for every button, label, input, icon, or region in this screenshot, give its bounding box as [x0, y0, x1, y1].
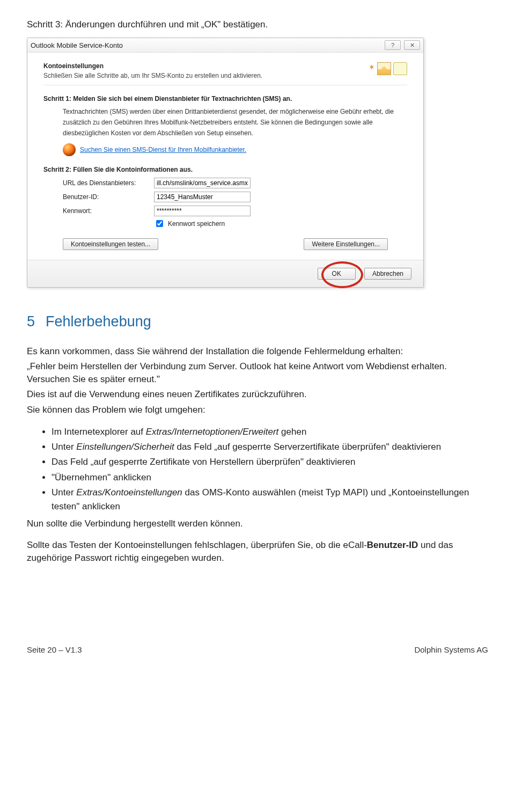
spark-icon: ✶: [369, 63, 375, 71]
provider-orb-icon: [63, 143, 76, 156]
more-settings-button[interactable]: Weitere Einstellungen...: [304, 238, 388, 250]
dialog-title: Outlook Mobile Service-Konto: [31, 41, 123, 49]
para-intro: Es kann vorkommen, dass Sie während der …: [27, 345, 488, 358]
banner-heading: Kontoeinstellungen: [43, 62, 262, 70]
url-input[interactable]: [154, 178, 251, 188]
pass-label: Kennwort:: [63, 207, 143, 215]
schritt1-line2: zusätzlich zu den Gebühren Ihres Mobilfu…: [63, 118, 407, 127]
para-error: „Fehler beim Herstellen der Verbindung z…: [27, 360, 488, 386]
bullet-5: Unter Extras/Kontoeinstellungen das OMS-…: [52, 486, 488, 514]
help-button[interactable]: ?: [385, 40, 401, 50]
banner-subtext: Schließen Sie alle Schritte ab, um Ihr S…: [43, 72, 262, 79]
close-button[interactable]: ✕: [404, 40, 420, 50]
schritt1-line3: diesbezüglichen Kosten vor dem Abschließ…: [63, 128, 407, 138]
url-label: URL des Dienstanbieters:: [63, 179, 143, 187]
sms-provider-link[interactable]: Suchen Sie einen SMS-Dienst für Ihren Mo…: [80, 146, 246, 153]
envelope-icon: [377, 62, 391, 75]
step3-text: Schritt 3: Änderungen durchführen und mi…: [27, 19, 488, 30]
cancel-button[interactable]: Abbrechen: [364, 268, 411, 280]
heading-5-num: 5: [27, 313, 35, 330]
bullet-list: Im Internetexplorer auf Extras/Interneto…: [27, 425, 488, 514]
test-settings-button[interactable]: Kontoeinstellungen testen...: [63, 238, 158, 250]
heading-5-title: Fehlerbehebung: [46, 313, 151, 330]
footer-left: Seite 20 – V1.3: [27, 645, 82, 654]
outlook-dialog: Outlook Mobile Service-Konto ? ✕ Kontoei…: [27, 38, 424, 288]
bullet-3: Das Feld „auf gesperrte Zertifikate von …: [52, 455, 488, 469]
bullet-2: Unter Einstellungen/Sicherheit das Feld …: [52, 440, 488, 454]
para-check: Sollte das Testen der Kontoeinstellungen…: [27, 539, 488, 565]
save-pass-label: Kennwort speichern: [168, 220, 225, 228]
pass-input[interactable]: [154, 206, 251, 216]
user-label: Benutzer-ID:: [63, 193, 143, 201]
save-pass-checkbox[interactable]: [156, 220, 163, 227]
schritt2: Schritt 2: Füllen Sie die Kontoinformati…: [43, 166, 407, 250]
bullet-4: "Übernehmen" anklicken: [52, 471, 488, 485]
para-cause2: Sie können das Problem wie folgt umgehen…: [27, 404, 488, 416]
para-result: Nun sollte die Verbindung hergestellt we…: [27, 517, 488, 530]
page-footer: Seite 20 – V1.3 Dolphin Systems AG: [27, 645, 488, 654]
banner: Kontoeinstellungen Schließen Sie alle Sc…: [43, 59, 407, 85]
phone-icon: [393, 62, 407, 75]
user-input[interactable]: [154, 192, 251, 202]
dialog-footer: OK Abbrechen: [27, 260, 423, 287]
schritt1-line1: Textnachrichten (SMS) werden über einen …: [63, 107, 407, 116]
titlebar: Outlook Mobile Service-Konto ? ✕: [27, 38, 423, 53]
schritt1-heading: Schritt 1: Melden Sie sich bei einem Die…: [43, 95, 407, 103]
schritt2-heading: Schritt 2: Füllen Sie die Kontoinformati…: [43, 166, 407, 173]
para-cause1: Dies ist auf die Verwendung eines neuen …: [27, 388, 488, 401]
ok-button[interactable]: OK: [318, 268, 356, 280]
bullet-1: Im Internetexplorer auf Extras/Interneto…: [52, 425, 488, 439]
schritt1: Schritt 1: Melden Sie sich bei einem Die…: [43, 95, 407, 156]
heading-5: 5Fehlerbehebung: [27, 313, 488, 330]
footer-right: Dolphin Systems AG: [414, 645, 488, 654]
